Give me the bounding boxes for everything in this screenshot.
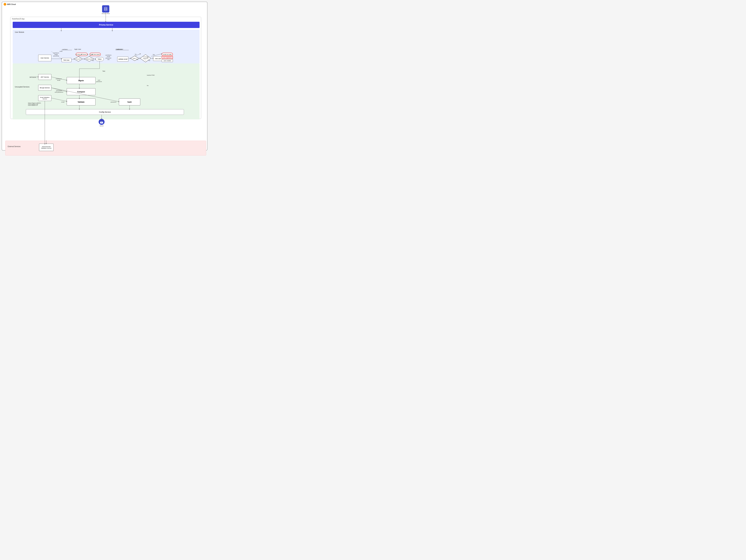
user-created-box: user created bbox=[162, 59, 173, 62]
email-not-valid-box: email not valid bbox=[162, 53, 173, 56]
matches-diamond: Matches? bbox=[84, 56, 94, 62]
hash-box: hash bbox=[119, 99, 140, 105]
signin-inputs-label: userNameemail bbox=[56, 78, 62, 81]
secret-label: Secret bbox=[97, 125, 106, 127]
external-email-validation-box: External Email Validation Service bbox=[39, 144, 54, 151]
config-service-bar: Config Service bbox=[26, 109, 184, 115]
token-box: Token bbox=[95, 57, 104, 61]
svg-text:?: ? bbox=[145, 60, 146, 61]
prisma-service-bar: Prisma Service bbox=[13, 22, 200, 28]
login-user-label: login User bbox=[75, 49, 81, 50]
rds-icon-container: Amazon RDS bbox=[101, 5, 111, 14]
external-services-area bbox=[5, 141, 206, 156]
secret-icon-container: Secret bbox=[97, 119, 106, 127]
node-app-label: NodeNestJS App bbox=[12, 18, 25, 20]
test-label: Test bbox=[103, 70, 105, 72]
svg-text:Found?: Found? bbox=[76, 58, 81, 60]
email-validation-service-box: Email Validation Service bbox=[38, 95, 51, 101]
svg-text:registered: registered bbox=[143, 58, 148, 59]
create-user-inputs-label: userNameemailpasswordrole bbox=[105, 54, 112, 60]
aws-cloud-container: AWS Cloud Amazon RDS NodeNestJS App Pris… bbox=[2, 2, 207, 150]
external-services-label: External Services bbox=[8, 146, 21, 147]
signin-box: Signin bbox=[67, 77, 95, 84]
user-password-label: userpassword bbox=[96, 79, 102, 82]
find-user-box: find User bbox=[62, 58, 71, 62]
secret-box bbox=[98, 119, 105, 125]
svg-text:Valid ?: Valid ? bbox=[133, 58, 137, 59]
valid-diamond: Valid ? bbox=[131, 56, 139, 61]
user-service-box: User Service bbox=[38, 55, 51, 61]
hash-password-label: password bbox=[111, 101, 116, 103]
user-not-found-box: User not found bbox=[76, 53, 88, 56]
rds-box bbox=[102, 5, 109, 12]
svg-point-0 bbox=[104, 7, 107, 8]
pwd-not-match-box: PWD Not match bbox=[90, 53, 101, 56]
svg-text:Is Already: Is Already bbox=[143, 56, 148, 58]
username-email-pwd-label: userNameemailpassword bbox=[53, 52, 59, 57]
hashed-pwd-label: hashed PWD bbox=[147, 75, 154, 76]
secret-svg-icon bbox=[100, 120, 104, 124]
jwt-secret-label: JWTSecret bbox=[29, 77, 36, 78]
rds-svg-icon bbox=[104, 7, 108, 11]
already-registered-diamond: Is Already registered ? bbox=[140, 54, 151, 62]
diagram-area: Amazon RDS NodeNestJS App Prisma Service… bbox=[4, 4, 205, 148]
create-user-label: create User bbox=[116, 49, 123, 50]
found-diamond: Found? bbox=[74, 56, 83, 62]
validate-box: Validate bbox=[67, 99, 95, 105]
bcrypt-service-box: BCrypt Service bbox=[38, 85, 51, 91]
compare-inputs-label: passworduser.password bbox=[55, 90, 63, 93]
compare-box: Compare bbox=[67, 88, 95, 95]
user-module-label: User Module bbox=[15, 31, 24, 33]
rds-label: Amazon RDS bbox=[101, 13, 111, 14]
uncoupled-label: Uncoupled Services bbox=[15, 86, 29, 88]
validate-email-box: validate email bbox=[117, 57, 128, 62]
feature-flag-label: feature Flag for validationemail validat… bbox=[28, 103, 41, 106]
svg-point-2 bbox=[104, 8, 107, 9]
svg-text:Matches?: Matches? bbox=[86, 58, 92, 60]
user-registered-box: user registered bbox=[162, 56, 173, 59]
svg-point-4 bbox=[101, 122, 102, 123]
validate-email-input-label: email bbox=[61, 101, 64, 103]
jwt-service-box: JWT Service bbox=[38, 74, 51, 80]
new-user-box: new user bbox=[153, 56, 163, 61]
svg-point-1 bbox=[104, 9, 107, 11]
